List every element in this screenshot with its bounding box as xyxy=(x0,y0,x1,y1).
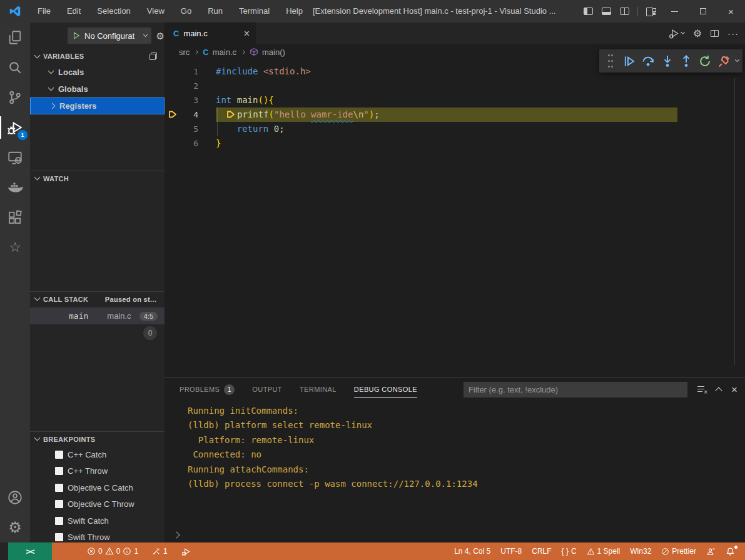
sidebar-item-remote-explorer[interactable] xyxy=(0,142,30,172)
feedback-button[interactable] xyxy=(701,542,721,560)
maximize-button[interactable] xyxy=(689,0,717,22)
menu-item[interactable]: Go xyxy=(173,0,200,22)
panel-tab[interactable]: DEBUG CONSOLE xyxy=(354,378,417,401)
line-number[interactable]: 1 xyxy=(165,64,198,79)
toggle-sidebar-icon[interactable] xyxy=(584,8,593,15)
spell-checker-status[interactable]: 1 Spell xyxy=(582,542,626,560)
variables-tree-item[interactable]: Registers xyxy=(30,98,165,114)
minimize-button[interactable] xyxy=(661,0,689,22)
menu-item[interactable]: Edit xyxy=(59,0,89,22)
sidebar-item-extensions[interactable] xyxy=(0,202,30,232)
toggle-secondary-sidebar-icon[interactable] xyxy=(620,8,629,15)
menu-item[interactable]: Terminal xyxy=(231,0,278,22)
line-number[interactable]: 3 xyxy=(165,93,198,108)
call-stack-frame-row[interactable]: main main.c 4:5 xyxy=(30,308,165,324)
breakpoint-item[interactable]: Swift Throw xyxy=(30,529,165,543)
platform-status[interactable]: Win32 xyxy=(625,542,656,560)
formatter-status[interactable]: Prettier xyxy=(656,542,701,560)
menu-item[interactable]: Selection xyxy=(89,0,138,22)
maximize-panel-icon[interactable] xyxy=(715,387,722,394)
close-panel-icon[interactable]: × xyxy=(731,384,737,395)
split-editor-icon[interactable] xyxy=(711,30,719,37)
sidebar-item-source-control[interactable] xyxy=(0,82,30,112)
panel-tab[interactable]: TERMINAL xyxy=(300,378,337,401)
console-filter-input[interactable] xyxy=(464,382,687,398)
toggle-panel-icon[interactable] xyxy=(602,8,611,15)
start-debug-icon[interactable] xyxy=(72,31,81,40)
panel-tab[interactable]: OUTPUT xyxy=(252,378,282,401)
run-or-debug-button[interactable] xyxy=(669,28,684,39)
variables-section-header[interactable]: VARIABLES xyxy=(30,49,165,64)
problems-status[interactable]: 0 0 1 xyxy=(82,542,143,560)
checkbox-icon[interactable] xyxy=(55,517,63,525)
drag-handle-icon[interactable] xyxy=(603,53,617,69)
settings-button[interactable]: ⚙ xyxy=(0,512,30,542)
encoding-status[interactable]: UTF-8 xyxy=(495,542,527,560)
menu-item[interactable]: Run xyxy=(200,0,231,22)
language-status[interactable]: { } C xyxy=(557,542,582,560)
clear-console-icon[interactable] xyxy=(697,386,706,393)
checkbox-icon[interactable] xyxy=(55,533,63,541)
sidebar-item-explorer[interactable] xyxy=(0,22,30,52)
checkbox-icon[interactable] xyxy=(55,484,63,492)
toolchain-status[interactable]: 1 xyxy=(147,542,173,560)
tab-main-c[interactable]: C main.c × xyxy=(165,22,256,44)
line-number[interactable]: 6 xyxy=(165,136,198,151)
notifications-button[interactable] xyxy=(721,542,740,560)
breadcrumb-symbol[interactable]: main() xyxy=(262,48,285,57)
code-line[interactable]: 4printf("hello wamr-ide\n"); xyxy=(165,108,745,122)
gear-icon[interactable]: ⚙ xyxy=(693,29,702,39)
menu-item[interactable]: Help xyxy=(278,0,311,22)
customize-layout-icon[interactable] xyxy=(646,8,656,16)
checkbox-icon[interactable] xyxy=(55,467,63,475)
breakpoint-item[interactable]: Objective C Throw xyxy=(30,496,165,513)
sidebar-item-run-and-debug[interactable]: 1 xyxy=(0,112,30,142)
line-number[interactable]: 5 xyxy=(165,122,198,136)
accounts-button[interactable] xyxy=(0,482,30,512)
eol-status[interactable]: CRLF xyxy=(527,542,556,560)
remote-indicator[interactable]: >< xyxy=(8,542,52,560)
code-line[interactable]: 2 xyxy=(165,79,745,93)
watch-section-header[interactable]: WATCH xyxy=(30,171,165,186)
disconnect-button[interactable] xyxy=(717,53,731,69)
breadcrumb-folder[interactable]: src xyxy=(179,48,190,57)
console-prompt-icon[interactable] xyxy=(173,531,180,538)
variables-tree-item[interactable]: Locals xyxy=(30,64,165,81)
close-button[interactable]: × xyxy=(717,0,745,22)
checkbox-icon[interactable] xyxy=(55,500,63,508)
step-out-button[interactable] xyxy=(679,53,693,69)
variables-tree-item[interactable]: Globals xyxy=(30,81,165,98)
step-over-button[interactable] xyxy=(641,53,656,69)
menu-item[interactable]: View xyxy=(139,0,173,22)
breadcrumb-file[interactable]: main.c xyxy=(213,48,236,57)
sidebar-item-docker[interactable] xyxy=(0,172,30,202)
call-stack-section-header[interactable]: CALL STACK Paused on st... xyxy=(30,291,165,306)
copy-icon[interactable] xyxy=(150,52,157,60)
code-line[interactable]: 6} xyxy=(165,136,745,151)
breakpoint-item[interactable]: C++ Catch xyxy=(30,446,165,463)
debug-config-dropdown[interactable]: No Configurat xyxy=(68,28,151,44)
more-actions-icon[interactable]: ··· xyxy=(727,28,739,39)
checkbox-icon[interactable] xyxy=(55,451,63,459)
code-editor[interactable]: 1#include <stdio.h>23int main(){4printf(… xyxy=(165,59,745,378)
chevron-down-icon[interactable] xyxy=(735,58,739,62)
sidebar-item-search[interactable] xyxy=(0,52,30,82)
breakpoint-item[interactable]: C++ Throw xyxy=(30,463,165,480)
debug-status[interactable] xyxy=(176,542,196,560)
breakpoint-item[interactable]: Swift Catch xyxy=(30,512,165,529)
close-tab-icon[interactable]: × xyxy=(244,29,250,39)
cursor-position[interactable]: Ln 4, Col 5 xyxy=(449,542,495,560)
code-line[interactable]: 5 return 0; xyxy=(165,122,745,136)
continue-button[interactable] xyxy=(622,53,636,69)
line-number[interactable]: 2 xyxy=(165,79,198,93)
menu-item[interactable]: File xyxy=(29,0,59,22)
sidebar-item-favorites[interactable]: ☆ xyxy=(0,232,30,262)
launch-config-gear-icon[interactable]: ⚙ xyxy=(156,31,165,41)
debug-console-output[interactable]: Running initCommands:(lldb) platform sel… xyxy=(165,401,745,542)
restart-button[interactable] xyxy=(698,53,712,69)
breakpoint-item[interactable]: Objective C Catch xyxy=(30,479,165,496)
breakpoints-section-header[interactable]: BREAKPOINTS xyxy=(30,431,165,446)
step-into-button[interactable] xyxy=(660,53,674,69)
panel-tab[interactable]: PROBLEMS 1 xyxy=(180,378,235,401)
code-line[interactable]: 3int main(){ xyxy=(165,93,745,108)
